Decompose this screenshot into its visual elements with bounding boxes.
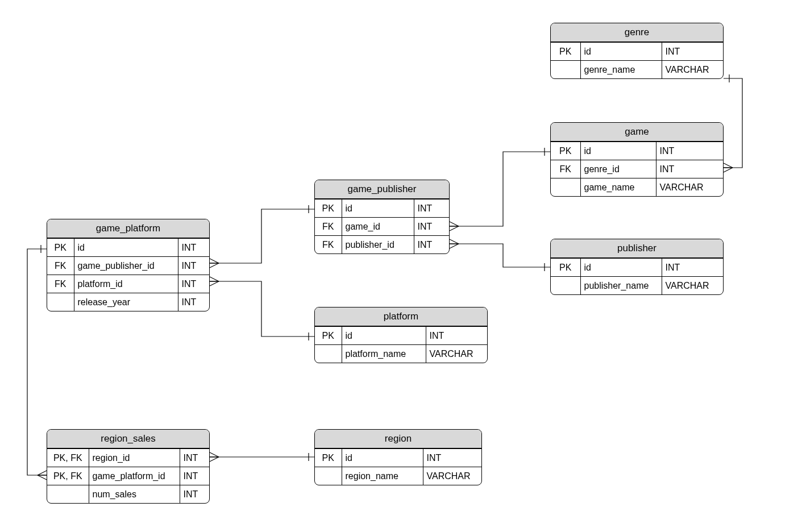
table-row: PKidINT bbox=[315, 327, 487, 345]
entity-columns: PKidINTplatform_nameVARCHAR bbox=[315, 326, 487, 363]
table-row: game_nameVARCHAR bbox=[551, 178, 723, 197]
entity-region_sales: region_salesPK, FKregion_idINTPK, FKgame… bbox=[47, 429, 210, 504]
column-name: game_platform_id bbox=[89, 467, 180, 485]
entity-title: region_sales bbox=[47, 430, 209, 448]
column-name: region_id bbox=[89, 449, 180, 467]
table-row: platform_nameVARCHAR bbox=[315, 345, 487, 363]
column-key bbox=[315, 467, 342, 485]
column-type: INT bbox=[414, 236, 449, 254]
entity-genre: genrePKidINTgenre_nameVARCHAR bbox=[550, 23, 724, 79]
entity-columns: PKidINTregion_nameVARCHAR bbox=[315, 448, 481, 485]
svg-line-14 bbox=[210, 263, 219, 268]
column-name: id bbox=[580, 259, 662, 277]
column-key bbox=[315, 345, 342, 363]
column-type: INT bbox=[423, 449, 481, 467]
column-type: INT bbox=[180, 467, 209, 485]
column-name: id bbox=[342, 449, 423, 467]
column-type: INT bbox=[414, 218, 449, 236]
column-key: PK bbox=[315, 327, 342, 345]
svg-line-2 bbox=[724, 168, 733, 172]
entity-title: game_platform bbox=[47, 219, 209, 238]
column-name: id bbox=[580, 142, 656, 160]
svg-line-5 bbox=[450, 222, 459, 226]
column-key: FK bbox=[315, 218, 342, 236]
column-name: id bbox=[74, 239, 178, 257]
column-key: PK, FK bbox=[47, 449, 89, 467]
table-row: FKgenre_idINT bbox=[551, 160, 723, 178]
column-type: INT bbox=[178, 275, 209, 293]
svg-line-6 bbox=[450, 226, 459, 231]
entity-title: game_publisher bbox=[315, 180, 449, 199]
svg-line-26 bbox=[38, 471, 47, 475]
entity-columns: PKidINTFKgame_publisher_idINTFKplatform_… bbox=[47, 238, 209, 311]
svg-line-9 bbox=[450, 239, 459, 244]
column-type: INT bbox=[662, 43, 723, 61]
column-type: INT bbox=[180, 449, 209, 467]
column-key: PK bbox=[47, 239, 74, 257]
column-name: num_sales bbox=[89, 485, 180, 504]
table-row: PK, FKregion_idINT bbox=[47, 449, 209, 467]
column-name: genre_id bbox=[580, 160, 656, 178]
svg-line-13 bbox=[210, 259, 219, 263]
svg-line-17 bbox=[210, 277, 219, 281]
column-key bbox=[47, 485, 89, 504]
column-name: game_publisher_id bbox=[74, 257, 178, 275]
column-key: FK bbox=[47, 275, 74, 293]
column-type: INT bbox=[414, 200, 449, 218]
svg-line-27 bbox=[38, 475, 47, 480]
column-name: platform_id bbox=[74, 275, 178, 293]
entity-game_platform: game_platformPKidINTFKgame_publisher_idI… bbox=[47, 219, 210, 311]
column-key bbox=[47, 293, 74, 311]
column-key: PK bbox=[315, 449, 342, 467]
column-type: VARCHAR bbox=[662, 277, 723, 295]
column-type: VARCHAR bbox=[662, 61, 723, 79]
column-type: INT bbox=[656, 160, 723, 178]
column-name: game_id bbox=[342, 218, 414, 236]
table-row: region_nameVARCHAR bbox=[315, 467, 481, 485]
table-row: PKidINT bbox=[315, 449, 481, 467]
column-name: publisher_name bbox=[580, 277, 662, 295]
column-type: INT bbox=[656, 142, 723, 160]
column-key: PK bbox=[551, 142, 580, 160]
column-key: PK bbox=[551, 259, 580, 277]
column-type: VARCHAR bbox=[656, 178, 723, 197]
table-row: num_salesINT bbox=[47, 485, 209, 504]
column-name: game_name bbox=[580, 178, 656, 197]
svg-line-18 bbox=[210, 281, 219, 286]
entity-title: region bbox=[315, 430, 481, 448]
column-key bbox=[551, 178, 580, 197]
column-type: INT bbox=[178, 239, 209, 257]
table-row: genre_nameVARCHAR bbox=[551, 61, 723, 79]
entity-columns: PKidINTpublisher_nameVARCHAR bbox=[551, 258, 723, 294]
svg-line-10 bbox=[450, 244, 459, 248]
entity-title: publisher bbox=[551, 239, 723, 258]
column-type: VARCHAR bbox=[423, 467, 481, 485]
column-name: id bbox=[342, 200, 414, 218]
entity-title: genre bbox=[551, 23, 723, 42]
svg-line-23 bbox=[210, 457, 219, 462]
entity-game: gamePKidINTFKgenre_idINTgame_nameVARCHAR bbox=[550, 122, 724, 197]
entity-title: game bbox=[551, 123, 723, 142]
column-key: FK bbox=[47, 257, 74, 275]
column-name: release_year bbox=[74, 293, 178, 311]
svg-line-22 bbox=[210, 452, 219, 457]
table-row: FKgame_publisher_idINT bbox=[47, 257, 209, 275]
column-key bbox=[551, 277, 580, 295]
table-row: PKidINT bbox=[47, 239, 209, 257]
table-row: release_yearINT bbox=[47, 293, 209, 311]
column-type: VARCHAR bbox=[426, 345, 487, 363]
entity-publisher: publisherPKidINTpublisher_nameVARCHAR bbox=[550, 239, 724, 295]
column-name: id bbox=[580, 43, 662, 61]
column-key: PK bbox=[551, 43, 580, 61]
entity-columns: PKidINTgenre_nameVARCHAR bbox=[551, 42, 723, 78]
entity-title: platform bbox=[315, 307, 487, 326]
table-row: PK, FKgame_platform_idINT bbox=[47, 467, 209, 485]
column-type: INT bbox=[662, 259, 723, 277]
table-row: PKidINT bbox=[551, 43, 723, 61]
column-type: INT bbox=[180, 485, 209, 504]
entity-columns: PK, FKregion_idINTPK, FKgame_platform_id… bbox=[47, 448, 209, 503]
table-row: PKidINT bbox=[551, 142, 723, 160]
entity-columns: PKidINTFKgenre_idINTgame_nameVARCHAR bbox=[551, 142, 723, 196]
column-name: genre_name bbox=[580, 61, 662, 79]
table-row: PKidINT bbox=[315, 200, 449, 218]
